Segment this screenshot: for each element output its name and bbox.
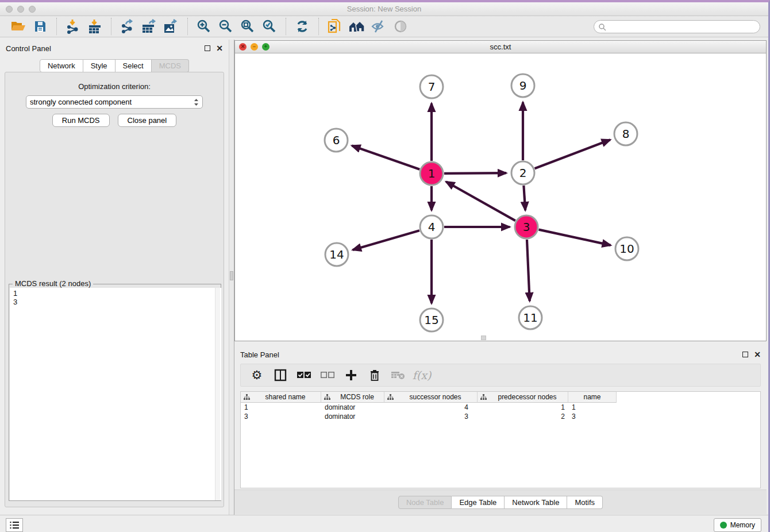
close-panel-button[interactable]: Close panel <box>118 114 177 127</box>
table-cell[interactable]: dominator <box>321 403 384 412</box>
zoom-fit-button[interactable] <box>238 18 257 35</box>
svg-text:15: 15 <box>424 313 438 327</box>
tab-select[interactable]: Select <box>116 59 152 72</box>
graph-node-3[interactable]: 3 <box>515 215 538 238</box>
graph-edge-2-3[interactable] <box>523 186 525 210</box>
table-cell[interactable]: 2 <box>478 412 568 421</box>
split-view-button[interactable] <box>272 367 288 383</box>
zoom-selected-button[interactable] <box>260 18 279 35</box>
column-header-name[interactable]: name <box>568 392 617 403</box>
table-settings-button[interactable]: ⚙ <box>249 367 265 383</box>
open-session-button[interactable] <box>9 18 28 35</box>
network-minimize-button[interactable]: − <box>251 43 258 51</box>
show-hidden-button[interactable] <box>391 18 410 35</box>
app-title: Session: New Session <box>0 2 768 16</box>
graph-edge-2-8[interactable] <box>535 140 610 168</box>
select-all-button[interactable] <box>296 367 312 383</box>
graph-node-9[interactable]: 9 <box>511 74 534 97</box>
tab-style[interactable]: Style <box>83 59 116 72</box>
maximize-window-button[interactable] <box>29 6 36 13</box>
checked-boxes-icon <box>297 372 311 379</box>
memory-button[interactable]: Memory <box>714 518 761 532</box>
column-header-mcds-role[interactable]: MCDS role <box>321 392 384 403</box>
column-header-predecessor-nodes[interactable]: predecessor nodes <box>478 392 568 403</box>
network-canvas[interactable]: 7968124314101511 <box>235 53 766 341</box>
first-neighbors-button[interactable] <box>348 18 366 35</box>
graph-node-7[interactable]: 7 <box>420 75 443 98</box>
graph-edge-1-6[interactable] <box>352 146 419 169</box>
graph-node-15[interactable]: 15 <box>420 309 443 331</box>
tab-node-table[interactable]: Node Table <box>398 496 452 509</box>
delete-column-button[interactable] <box>367 367 383 383</box>
save-session-button[interactable] <box>31 18 49 35</box>
import-table-button[interactable] <box>86 18 104 35</box>
export-table-button[interactable] <box>140 18 159 35</box>
delete-table-button[interactable] <box>390 367 406 383</box>
export-image-button[interactable] <box>162 18 180 35</box>
graph-edge-3-11[interactable] <box>527 240 530 301</box>
graph-edge-1-2[interactable] <box>444 173 506 174</box>
divider-grip[interactable] <box>230 271 233 280</box>
tab-network-table[interactable]: Network Table <box>505 496 567 509</box>
search-input[interactable] <box>606 23 753 31</box>
graph-node-1[interactable]: 1 <box>420 162 443 185</box>
graph-node-11[interactable]: 11 <box>519 306 542 329</box>
zoom-out-button[interactable] <box>217 18 235 35</box>
float-table-panel-icon[interactable] <box>742 352 748 357</box>
network-close-button[interactable]: ✕ <box>239 43 247 51</box>
mcds-result-title: MCDS result (2 nodes) <box>13 279 93 288</box>
table-cell[interactable]: 4 <box>384 403 478 412</box>
graph-edge-4-14[interactable] <box>353 230 419 250</box>
graph-node-10[interactable]: 10 <box>615 237 638 260</box>
function-builder-button[interactable]: f(x) <box>414 367 430 383</box>
table-cell[interactable]: 3 <box>568 412 617 421</box>
graph-node-2[interactable]: 2 <box>511 161 534 184</box>
table-cell[interactable]: 1 <box>478 403 568 412</box>
tab-mcds[interactable]: MCDS <box>152 59 189 72</box>
panel-divider[interactable] <box>229 40 234 515</box>
column-header-shared-name[interactable]: shared name <box>241 392 321 403</box>
tab-motifs[interactable]: Motifs <box>567 496 603 509</box>
graph-node-6[interactable]: 6 <box>325 129 348 152</box>
table-cell[interactable]: 1 <box>241 403 321 412</box>
zoom-in-button[interactable] <box>195 18 213 35</box>
close-panel-icon[interactable]: ✕ <box>216 45 223 51</box>
table-cell[interactable]: 1 <box>568 403 617 412</box>
float-panel-icon[interactable] <box>205 45 210 51</box>
network-window-titlebar[interactable]: ✕ − + scc.txt <box>235 41 766 53</box>
import-network-button[interactable] <box>64 18 82 35</box>
refresh-button[interactable] <box>293 18 311 35</box>
result-scrollbar[interactable] <box>215 288 220 500</box>
run-mcds-button[interactable]: Run MCDS <box>52 114 110 127</box>
optimization-criterion-select[interactable]: strongly connected component <box>26 95 203 109</box>
table-row[interactable]: 1dominator411 <box>241 403 760 412</box>
graph-edge-3-1[interactable] <box>446 182 515 221</box>
search-box[interactable] <box>594 20 760 33</box>
close-window-button[interactable] <box>6 6 13 13</box>
add-column-button[interactable] <box>343 367 359 383</box>
graph-edge-3-10[interactable] <box>538 230 610 245</box>
close-table-panel-icon[interactable]: ✕ <box>754 352 761 357</box>
tab-edge-table[interactable]: Edge Table <box>452 496 505 509</box>
network-maximize-button[interactable]: + <box>262 43 270 51</box>
table-cell[interactable]: 3 <box>384 412 478 421</box>
table-cell[interactable]: 3 <box>241 412 321 421</box>
clone-network-button[interactable] <box>326 18 344 35</box>
network-scrollbar-thumb[interactable] <box>481 336 486 340</box>
node-table[interactable]: shared nameMCDS rolesuccessor nodesprede… <box>240 391 761 488</box>
mcds-result-text[interactable]: 1 3 <box>10 288 221 500</box>
column-header-successor-nodes[interactable]: successor nodes <box>384 392 478 403</box>
export-network-button[interactable] <box>118 18 137 35</box>
tab-network[interactable]: Network <box>40 59 83 72</box>
table-cell[interactable]: dominator <box>321 412 384 421</box>
mcds-result-group: MCDS result (2 nodes) 1 3 <box>9 284 221 501</box>
hide-selected-button[interactable] <box>369 18 388 35</box>
graph-node-4[interactable]: 4 <box>420 215 443 238</box>
column-header-label: MCDS role <box>330 393 384 401</box>
table-row[interactable]: 3dominator323 <box>241 412 760 421</box>
graph-node-8[interactable]: 8 <box>614 122 637 145</box>
show-task-history-button[interactable] <box>6 518 23 532</box>
deselect-all-button[interactable] <box>319 367 336 383</box>
minimize-window-button[interactable] <box>17 6 24 13</box>
graph-node-14[interactable]: 14 <box>325 243 348 266</box>
